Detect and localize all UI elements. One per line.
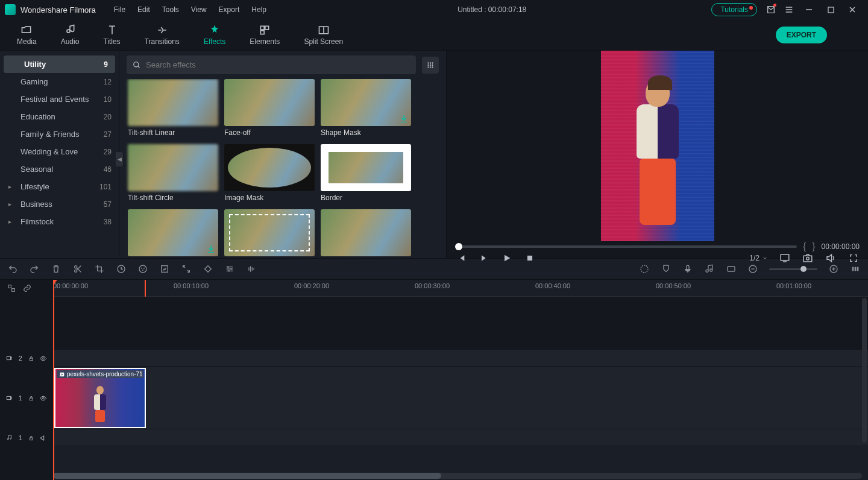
- preview-canvas[interactable]: [447, 51, 868, 241]
- eye-icon[interactable]: [40, 355, 47, 362]
- track-manager-icon[interactable]: [6, 283, 17, 294]
- sidebar-item-business[interactable]: Business57: [0, 195, 119, 213]
- effect-tilt-shift-linear[interactable]: Tilt-shift Linear: [128, 79, 218, 137]
- menu-edit[interactable]: Edit: [131, 5, 156, 14]
- track-head-a1[interactable]: 1: [0, 429, 53, 446]
- record-vo-button[interactable]: [682, 264, 693, 274]
- delete-button[interactable]: [51, 264, 61, 274]
- menu-export[interactable]: Export: [213, 5, 246, 14]
- effect-tilt-shift-circle[interactable]: Tilt-shift Circle: [128, 144, 218, 202]
- eye-icon[interactable]: [40, 394, 47, 402]
- speed-button[interactable]: [116, 264, 127, 274]
- tab-audio[interactable]: Audio: [49, 22, 92, 48]
- zoom-fit-button[interactable]: [850, 264, 861, 274]
- timeline-hscrollbar[interactable]: [53, 473, 862, 479]
- stop-button[interactable]: [524, 252, 536, 264]
- tab-transitions[interactable]: Transitions: [133, 22, 192, 48]
- menu-file[interactable]: File: [108, 5, 131, 14]
- mark-out-button[interactable]: }: [812, 241, 815, 252]
- menu-tools[interactable]: Tools: [156, 5, 185, 14]
- svg-point-10: [430, 66, 431, 68]
- timeline-vscrollbar[interactable]: [862, 298, 867, 443]
- mixer-button[interactable]: [704, 264, 715, 274]
- svg-rect-0: [828, 7, 833, 12]
- effect-auto-enhance[interactable]: Auto Enhance: [128, 209, 218, 258]
- fullscreen-icon[interactable]: [848, 252, 860, 264]
- close-button[interactable]: [841, 2, 863, 17]
- zoom-out-button[interactable]: [747, 264, 758, 274]
- search-box[interactable]: [127, 55, 416, 74]
- sidebar-item-wedding[interactable]: Wedding & Love29: [0, 143, 119, 160]
- tab-effects[interactable]: Effects: [192, 22, 237, 48]
- zoom-in-button[interactable]: [828, 264, 839, 274]
- search-input[interactable]: [146, 60, 410, 69]
- lock-icon[interactable]: [28, 395, 34, 402]
- menu-view[interactable]: View: [185, 5, 213, 14]
- effect-border[interactable]: Border: [321, 144, 411, 202]
- maximize-button[interactable]: [820, 2, 841, 17]
- tutorials-button[interactable]: Tutorials: [711, 3, 757, 16]
- volume-icon[interactable]: [825, 252, 837, 264]
- sidebar-item-gaming[interactable]: Gaming12: [0, 73, 119, 90]
- redo-button[interactable]: [29, 264, 40, 274]
- sidebar-item-filmstock[interactable]: Filmstock38: [0, 213, 119, 230]
- aspect-select[interactable]: 1/2: [749, 254, 768, 262]
- timeline-body[interactable]: 00:00:00:00 00:00:10:00 00:00:20:00 00:0…: [53, 280, 868, 480]
- split-button[interactable]: [72, 264, 83, 274]
- track-v2[interactable]: [53, 350, 868, 367]
- speaker-icon[interactable]: [40, 434, 47, 442]
- sidebar-item-education[interactable]: Education20: [0, 108, 119, 125]
- adjust-button[interactable]: [224, 264, 235, 274]
- sidebar-item-utility[interactable]: Utility9: [4, 55, 115, 73]
- track-head-v1[interactable]: 1: [0, 367, 53, 429]
- mark-in-button[interactable]: {: [803, 241, 806, 252]
- sidebar-item-seasonal[interactable]: Seasonal46: [0, 160, 119, 178]
- crop-button[interactable]: [94, 264, 105, 274]
- audio-button[interactable]: [246, 264, 257, 274]
- play-button[interactable]: [501, 252, 513, 264]
- effect-shape-mask[interactable]: Shape Mask: [321, 79, 411, 137]
- lock-icon[interactable]: [28, 355, 34, 362]
- effect-face-off[interactable]: Face-off: [224, 79, 315, 137]
- effect-mosaic[interactable]: Mosaic: [321, 209, 411, 258]
- motion-track-button[interactable]: [181, 264, 192, 274]
- track-head-v2[interactable]: 2: [0, 350, 53, 367]
- timeline-clip[interactable]: pexels-shvets-production-71: [54, 368, 146, 428]
- export-button[interactable]: EXPORT: [776, 27, 827, 43]
- track-v1[interactable]: pexels-shvets-production-71: [53, 367, 868, 429]
- sidebar-item-lifestyle[interactable]: Lifestyle101: [0, 178, 119, 195]
- timeline-ruler[interactable]: 00:00:00:00 00:00:10:00 00:00:20:00 00:0…: [53, 280, 868, 297]
- snapshot-icon[interactable]: [802, 252, 814, 264]
- green-screen-button[interactable]: [159, 264, 170, 274]
- tab-split-screen[interactable]: Split Screen: [292, 22, 355, 48]
- effect-crop[interactable]: Crop: [224, 209, 315, 258]
- track-a1[interactable]: [53, 429, 868, 446]
- mail-icon[interactable]: [762, 5, 780, 14]
- render-button[interactable]: [639, 264, 650, 274]
- lock-icon[interactable]: [28, 435, 34, 441]
- tab-titles[interactable]: Titles: [91, 22, 132, 48]
- undo-button[interactable]: [7, 264, 18, 274]
- keyframe-button[interactable]: [203, 264, 213, 274]
- link-icon[interactable]: [22, 283, 33, 294]
- sidebar-item-festival[interactable]: Festival and Events10: [0, 90, 119, 108]
- display-icon[interactable]: [779, 252, 791, 264]
- tab-elements[interactable]: Elements: [237, 22, 292, 48]
- sidebar-item-family[interactable]: Family & Friends27: [0, 125, 119, 143]
- marker-button[interactable]: [661, 264, 671, 274]
- preview-scrubber[interactable]: [455, 245, 797, 248]
- cc-button[interactable]: [726, 264, 737, 274]
- menu-help[interactable]: Help: [245, 5, 272, 14]
- minimize-button[interactable]: [798, 2, 820, 17]
- effect-image-mask[interactable]: Image Mask: [224, 144, 315, 202]
- color-button[interactable]: [137, 264, 148, 274]
- zoom-slider[interactable]: [769, 268, 817, 270]
- prev-frame-button[interactable]: [455, 252, 467, 264]
- playhead[interactable]: [53, 280, 54, 480]
- sidebar-collapse-handle[interactable]: ◀: [116, 152, 123, 166]
- list-icon[interactable]: [780, 5, 798, 14]
- view-toggle-button[interactable]: [422, 57, 439, 74]
- in-point-marker[interactable]: [145, 280, 146, 297]
- step-forward-button[interactable]: [478, 252, 490, 264]
- tab-media[interactable]: Media: [5, 22, 49, 48]
